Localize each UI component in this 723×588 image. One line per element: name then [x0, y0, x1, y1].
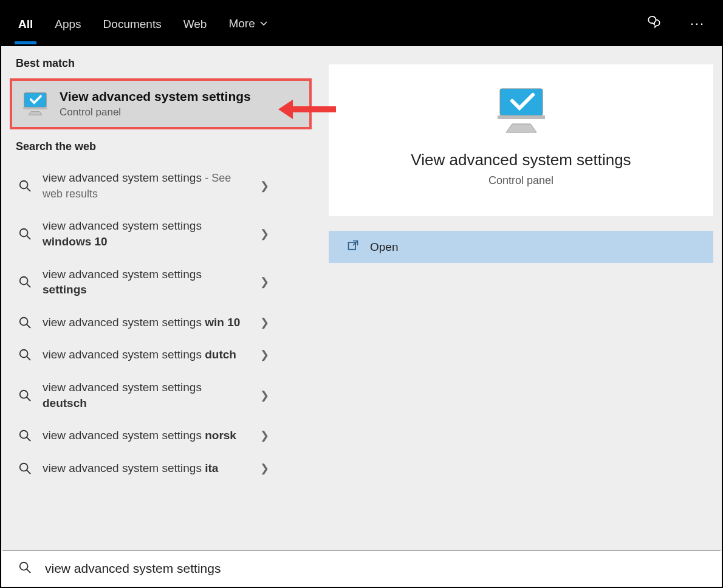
svg-line-7 — [27, 284, 30, 287]
web-result-item[interactable]: view advanced system settings norsk ❯ — [5, 419, 317, 452]
more-options-icon[interactable]: ··· — [690, 16, 705, 32]
svg-point-16 — [20, 463, 28, 471]
svg-point-4 — [20, 229, 28, 237]
search-icon — [18, 389, 32, 402]
search-icon — [18, 462, 32, 475]
svg-line-25 — [27, 569, 30, 572]
svg-line-5 — [27, 236, 30, 239]
feedback-icon[interactable] — [646, 15, 662, 33]
svg-point-2 — [20, 180, 28, 188]
svg-line-13 — [27, 397, 30, 401]
svg-line-11 — [27, 357, 30, 360]
tab-apps[interactable]: Apps — [55, 4, 81, 43]
tab-web[interactable]: Web — [183, 4, 207, 43]
svg-point-24 — [20, 562, 28, 570]
top-tab-bar: All Apps Documents Web More ··· — [1, 1, 722, 46]
svg-rect-18 — [500, 89, 543, 115]
svg-rect-19 — [498, 115, 545, 119]
preview-card: View advanced system settings Control pa… — [329, 64, 713, 216]
chevron-right-icon[interactable]: ❯ — [260, 179, 269, 193]
web-result-item[interactable]: view advanced system settings windows 10… — [5, 210, 317, 258]
search-bar[interactable] — [2, 550, 721, 586]
web-result-item[interactable]: view advanced system settings - See web … — [5, 162, 317, 210]
open-icon — [347, 239, 359, 255]
best-match-result[interactable]: View advanced system settings Control pa… — [10, 78, 312, 129]
chevron-right-icon[interactable]: ❯ — [260, 275, 269, 289]
best-match-subtitle: Control panel — [60, 106, 251, 118]
svg-rect-0 — [24, 93, 46, 108]
search-icon — [18, 275, 32, 289]
chevron-right-icon[interactable]: ❯ — [260, 316, 269, 329]
open-action[interactable]: Open — [329, 231, 713, 263]
chevron-right-icon[interactable]: ❯ — [260, 462, 269, 475]
preview-panel: View advanced system settings Control pa… — [320, 46, 722, 550]
tab-more[interactable]: More — [228, 17, 267, 30]
tab-all[interactable]: All — [18, 4, 33, 43]
preview-subtitle: Control panel — [341, 174, 701, 187]
search-icon — [18, 316, 32, 329]
search-icon — [18, 429, 32, 442]
svg-point-6 — [20, 277, 28, 285]
web-results-list: view advanced system settings - See web … — [1, 162, 320, 485]
web-result-item[interactable]: view advanced system settings settings ❯ — [5, 258, 317, 306]
search-icon — [18, 561, 32, 576]
chevron-right-icon[interactable]: ❯ — [260, 227, 269, 241]
svg-point-14 — [20, 431, 28, 439]
open-label: Open — [370, 241, 398, 254]
tab-more-label: More — [228, 17, 255, 30]
section-best-match: Best match — [1, 46, 320, 78]
monitor-check-icon — [22, 92, 49, 116]
svg-line-17 — [27, 470, 30, 474]
svg-line-15 — [27, 437, 30, 441]
web-result-item[interactable]: view advanced system settings deutsch ❯ — [5, 371, 317, 419]
chevron-right-icon[interactable]: ❯ — [260, 348, 269, 361]
web-result-item[interactable]: view advanced system settings win 10 ❯ — [5, 306, 317, 339]
web-result-item[interactable]: view advanced system settings dutch ❯ — [5, 338, 317, 371]
svg-point-10 — [20, 350, 28, 358]
search-icon — [18, 179, 32, 193]
svg-line-3 — [27, 187, 30, 191]
monitor-check-icon-large — [494, 126, 549, 137]
preview-title: View advanced system settings — [341, 151, 701, 169]
svg-point-8 — [20, 317, 28, 325]
svg-line-9 — [27, 324, 30, 327]
web-result-item[interactable]: view advanced system settings ita ❯ — [5, 452, 317, 485]
search-icon — [18, 348, 32, 361]
svg-point-12 — [20, 391, 28, 398]
section-search-web: Search the web — [1, 129, 320, 162]
chevron-right-icon[interactable]: ❯ — [260, 429, 269, 442]
tab-documents[interactable]: Documents — [103, 4, 162, 43]
chevron-down-icon — [260, 17, 267, 30]
search-icon — [18, 227, 32, 241]
chevron-right-icon[interactable]: ❯ — [260, 389, 269, 402]
svg-rect-1 — [23, 107, 47, 109]
results-panel: Best match View advanced system settings… — [1, 46, 320, 550]
web-result-text: view advanced system settings — [43, 171, 205, 184]
best-match-title: View advanced system settings — [60, 89, 251, 104]
search-input[interactable] — [45, 561, 705, 576]
